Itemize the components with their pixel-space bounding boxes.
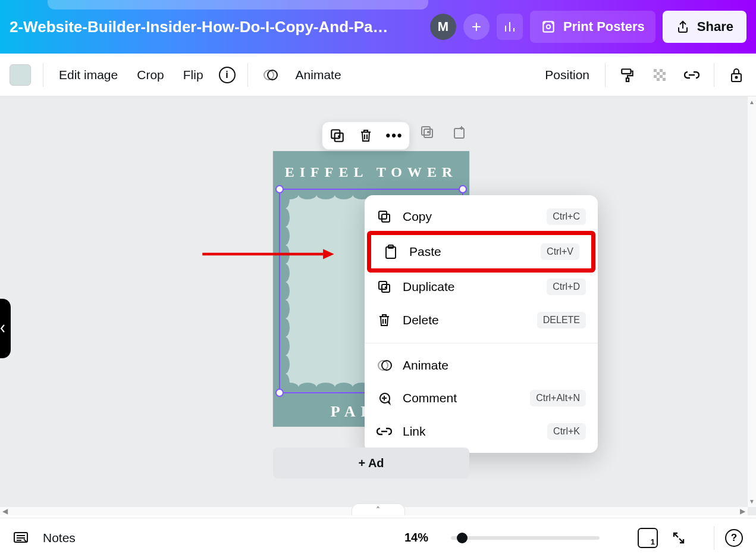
svg-rect-21 [379, 211, 387, 219]
svg-point-1 [547, 25, 551, 29]
duplicate-page-icon[interactable] [420, 125, 435, 140]
animate-icon [260, 66, 280, 84]
editor-toolbar: Edit image Crop Flip i Animate Position [0, 54, 756, 96]
pages-panel-toggle[interactable]: ˄ [352, 503, 405, 515]
svg-rect-9 [663, 72, 666, 75]
context-menu-item-comment[interactable]: Comment Ctrl+Alt+N [365, 381, 598, 415]
keyboard-shortcut: Ctrl+D [547, 278, 586, 295]
svg-rect-12 [657, 78, 660, 81]
context-menu-label: Duplicate [403, 280, 455, 294]
comment-icon [377, 390, 392, 406]
info-icon[interactable]: i [219, 67, 236, 83]
edit-image-button[interactable]: Edit image [55, 65, 121, 85]
svg-point-15 [736, 76, 738, 78]
crop-button[interactable]: Crop [133, 65, 168, 85]
context-menu-label: Link [403, 424, 426, 439]
link-icon[interactable] [682, 66, 702, 84]
zoom-slider-thumb[interactable] [457, 533, 468, 543]
copy-icon [377, 209, 392, 224]
context-menu-label: Paste [409, 245, 441, 259]
keyboard-shortcut: Ctrl+C [547, 208, 586, 225]
poster-title-text[interactable]: EIFFEL TOWER [285, 164, 458, 180]
annotation-highlight: Paste Ctrl+V [367, 231, 595, 273]
notes-icon [13, 530, 29, 546]
insights-button[interactable] [497, 14, 523, 40]
print-posters-label: Print Posters [563, 19, 645, 35]
context-menu: Copy Ctrl+C Paste Ctrl+V Duplicate [365, 195, 598, 453]
context-menu-label: Delete [403, 313, 439, 327]
svg-rect-7 [660, 69, 663, 72]
share-label: Share [697, 19, 733, 35]
resize-handle-bl[interactable] [275, 389, 284, 397]
resize-handle-tr[interactable] [459, 185, 467, 193]
canvas-area[interactable]: EIFFEL TOWER PARIS, ••• [0, 96, 756, 515]
link-icon [377, 424, 392, 439]
context-menu-item-link[interactable]: Link Ctrl+K [365, 415, 598, 448]
context-menu-label: Animate [403, 358, 448, 373]
svg-rect-4 [622, 69, 630, 74]
keyboard-shortcut: Ctrl+Alt+N [530, 390, 586, 406]
selection-toolbar: ••• [322, 121, 410, 150]
app-header: 2-Website-Builder-Insider-How-Do-I-Copy-… [0, 0, 756, 54]
help-button[interactable]: ? [725, 529, 743, 547]
more-icon[interactable]: ••• [387, 128, 402, 143]
keyboard-shortcut: DELETE [537, 312, 586, 328]
svg-rect-5 [626, 78, 629, 81]
svg-rect-10 [654, 75, 657, 78]
flip-button[interactable]: Flip [180, 65, 207, 85]
context-menu-item-delete[interactable]: Delete DELETE [365, 303, 598, 337]
context-menu-label: Copy [403, 209, 432, 224]
svg-rect-22 [382, 214, 390, 222]
fullscreen-icon[interactable] [669, 529, 689, 547]
add-page-button[interactable]: + Ad [273, 448, 469, 478]
document-title[interactable]: 2-Website-Builder-Insider-How-Do-I-Copy-… [10, 18, 390, 36]
position-button[interactable]: Position [541, 65, 593, 85]
svg-rect-6 [654, 69, 657, 72]
context-menu-item-duplicate[interactable]: Duplicate Ctrl+D [365, 270, 598, 303]
zoom-percent[interactable]: 14% [404, 531, 428, 545]
side-panel-expand-handle[interactable] [0, 299, 11, 358]
zoom-slider[interactable] [451, 536, 600, 540]
paste-icon [383, 244, 399, 259]
avatar[interactable]: M [430, 14, 456, 40]
page-corner-tools [420, 125, 468, 140]
add-member-button[interactable]: + [463, 14, 490, 40]
print-posters-button[interactable]: Print Posters [530, 11, 655, 43]
svg-rect-20 [335, 133, 343, 142]
lock-icon[interactable] [726, 66, 746, 84]
animate-button[interactable]: Animate [292, 65, 345, 85]
duplicate-icon [377, 279, 392, 295]
svg-rect-13 [663, 78, 666, 81]
keyboard-shortcut: Ctrl+V [541, 243, 579, 260]
paint-roller-icon[interactable] [617, 66, 638, 84]
vertical-scrollbar[interactable]: ▲▼ [748, 96, 756, 507]
svg-rect-8 [657, 72, 660, 75]
color-swatch[interactable] [10, 64, 31, 86]
page-indicator[interactable]: 1 [638, 528, 658, 548]
svg-rect-11 [660, 75, 663, 78]
delete-icon[interactable] [358, 128, 374, 143]
context-menu-label: Comment [403, 391, 457, 405]
context-menu-item-paste[interactable]: Paste Ctrl+V [371, 235, 591, 268]
trash-icon [377, 312, 392, 328]
add-page-icon[interactable] [452, 125, 468, 140]
footer-bar: Notes 14% 1 ? [0, 518, 756, 557]
notes-button[interactable]: Notes [39, 528, 79, 547]
duplicate-icon[interactable] [330, 128, 345, 143]
resize-handle-tl[interactable] [275, 185, 284, 193]
svg-rect-18 [454, 129, 464, 138]
transparency-icon[interactable] [650, 66, 670, 84]
context-menu-item-copy[interactable]: Copy Ctrl+C [365, 200, 598, 233]
context-menu-item-animate[interactable]: Animate [365, 349, 598, 381]
share-button[interactable]: Share [663, 11, 746, 43]
keyboard-shortcut: Ctrl+K [547, 423, 586, 440]
animate-icon [377, 358, 392, 373]
